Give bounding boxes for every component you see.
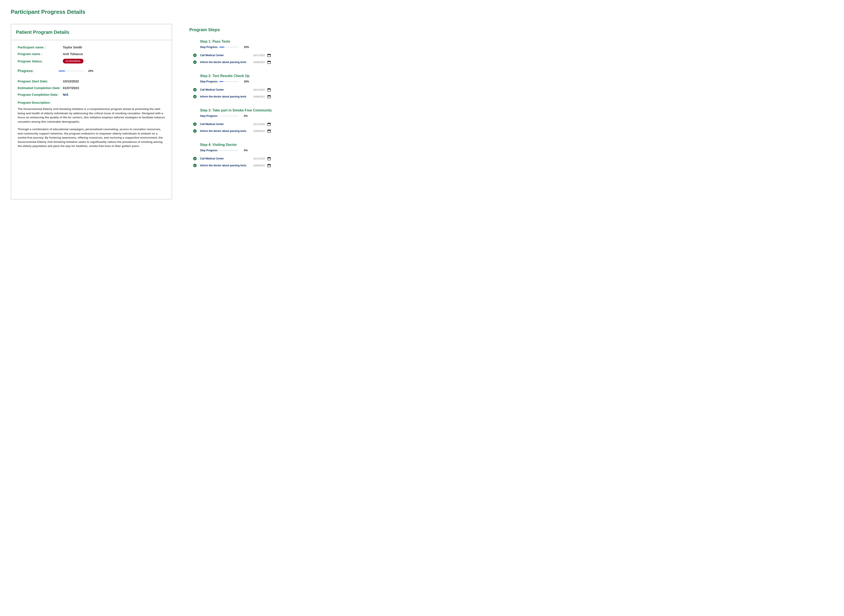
svg-rect-22: [268, 123, 271, 124]
step-title: Step 4: Visiting Doctor: [200, 143, 271, 147]
calendar-icon[interactable]: [267, 122, 271, 126]
field-participant: Participant name : Taylor Smith: [18, 45, 165, 49]
desc-paragraph: Through a combination of educational cam…: [18, 127, 165, 148]
check-icon: [193, 129, 196, 133]
task-row: Call Medical Center10/11/2022: [193, 157, 271, 160]
svg-rect-24: [270, 123, 270, 123]
svg-rect-17: [268, 95, 271, 97]
details-header: Patient Program Details: [11, 24, 171, 40]
svg-rect-19: [270, 95, 270, 96]
svg-rect-39: [270, 164, 270, 164]
svg-rect-32: [268, 157, 271, 158]
field-status: Program Status: IN PROGRESS: [18, 59, 165, 63]
step-progress-row: Step Progress20%: [200, 80, 271, 83]
field-program: Program name : Anti Tobacco: [18, 52, 165, 56]
task-text: Call Medical Center: [200, 54, 253, 57]
task-date: 10/08/2022: [253, 95, 265, 98]
field-value: Anti Tobacco: [63, 52, 83, 56]
step-progress-row: Step Progress0%: [200, 114, 271, 117]
svg-rect-12: [268, 89, 271, 89]
field-progress: Progress: 25%: [18, 69, 165, 73]
desc-paragraph: The Governmental Elderly Anti-Smoking In…: [18, 107, 165, 124]
svg-rect-3: [268, 54, 269, 54]
svg-rect-14: [270, 88, 270, 89]
step-progress-row: Step Progress25%: [200, 45, 271, 48]
svg-point-0: [193, 54, 196, 57]
svg-rect-7: [268, 61, 271, 62]
step-progress-bar: [220, 116, 239, 116]
steps-header: Program Steps: [189, 27, 271, 32]
svg-rect-34: [270, 157, 270, 158]
task-row: Inform the doctor about passing tests10/…: [193, 164, 271, 167]
svg-rect-37: [268, 164, 271, 165]
svg-rect-2: [268, 54, 271, 55]
calendar-icon[interactable]: [267, 157, 271, 160]
calendar-icon[interactable]: [267, 164, 271, 167]
check-icon: [193, 54, 196, 57]
step-block: Step 2: Test Results Check UpStep Progre…: [193, 74, 271, 98]
task-date: 10/08/2022: [253, 164, 265, 167]
status-badge: IN PROGRESS: [63, 59, 84, 63]
task-row: Call Medical Center10/11/2022: [193, 53, 271, 57]
step-progress-fill: [220, 47, 224, 48]
step-progress-row: Step Progress0%: [200, 149, 271, 152]
details-panel: Patient Program Details Participant name…: [11, 24, 172, 199]
check-icon: [193, 95, 196, 98]
field-label: Program name :: [18, 52, 63, 56]
task-text: Inform the doctor about passing tests: [200, 95, 253, 98]
step-title: Step 2: Test Results Check Up: [200, 74, 271, 78]
svg-point-20: [193, 122, 196, 126]
svg-point-15: [193, 95, 196, 98]
field-value: N/A: [63, 93, 68, 97]
svg-rect-28: [268, 129, 269, 130]
svg-rect-9: [270, 61, 270, 61]
field-value: 10/10/2022: [63, 79, 79, 83]
check-icon: [193, 60, 196, 64]
svg-rect-4: [270, 54, 270, 54]
step-progress-label: Step Progress: [200, 114, 220, 117]
step-progress-bar: [220, 150, 239, 151]
progress-fill: [59, 70, 65, 72]
calendar-icon[interactable]: [267, 60, 271, 64]
calendar-icon[interactable]: [267, 53, 271, 57]
step-title: Step 1: Pass Tests: [200, 40, 271, 44]
calendar-icon[interactable]: [267, 129, 271, 133]
steps-panel: Program Steps Step 1: Pass TestsStep Pro…: [189, 24, 271, 177]
task-date: 10/11/2022: [253, 88, 265, 91]
step-progress-label: Step Progress: [200, 45, 220, 48]
svg-rect-8: [268, 61, 269, 61]
svg-rect-38: [268, 164, 269, 164]
task-text: Inform the doctor about passing tests: [200, 61, 253, 64]
progress-label: Progress:: [18, 69, 59, 73]
calendar-icon[interactable]: [267, 88, 271, 92]
task-row: Inform the doctor about passing tests10/…: [193, 95, 271, 98]
field-label: Program Completion Date:: [18, 93, 63, 97]
step-progress-label: Step Progress: [200, 80, 220, 83]
field-label: Program Start Date:: [18, 79, 63, 83]
check-icon: [193, 164, 196, 167]
step-progress-label: Step Progress: [200, 149, 220, 152]
task-text: Call Medical Center: [200, 88, 253, 91]
field-value: Taylor Smith: [63, 45, 82, 49]
svg-rect-23: [268, 123, 269, 123]
task-row: Inform the doctor about passing tests10/…: [193, 129, 271, 133]
svg-rect-27: [268, 130, 271, 131]
step-progress-percent: 0%: [244, 149, 248, 152]
task-text: Call Medical Center: [200, 157, 253, 160]
step-progress-bar: [220, 81, 239, 82]
field-start-date: Program Start Date: 10/10/2022: [18, 79, 165, 83]
check-icon: [193, 88, 196, 91]
svg-point-30: [193, 157, 196, 160]
task-text: Inform the doctor about passing tests: [200, 129, 253, 132]
svg-rect-13: [268, 88, 269, 89]
progress-percent: 25%: [88, 69, 93, 72]
step-block: Step 1: Pass TestsStep Progress25%Call M…: [193, 40, 271, 64]
task-date: 10/11/2022: [253, 54, 265, 57]
step-title: Step 3: Take part in Smoke Free Communit…: [200, 109, 271, 112]
step-progress-percent: 20%: [244, 80, 249, 83]
svg-rect-33: [268, 157, 269, 158]
desc-text: The Governmental Elderly Anti-Smoking In…: [18, 107, 165, 148]
calendar-icon[interactable]: [267, 95, 271, 98]
desc-label: Program Description:: [18, 101, 165, 104]
field-complete-date: Program Completion Date: N/A: [18, 93, 165, 97]
